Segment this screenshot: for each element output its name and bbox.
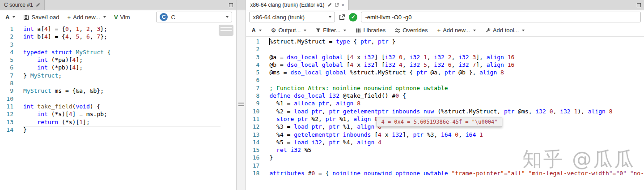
code-line: 1%struct.MyStruct = type { ptr, ptr }	[246, 38, 644, 45]
line-number: 12	[246, 123, 259, 130]
compiler-pane: x86-64 clang (trunk) (Editor #1) × x86-6…	[246, 0, 644, 190]
code-line: 5 int (*pa)[4];	[0, 56, 236, 64]
splitter-drag-handle[interactable]	[238, 103, 244, 108]
add-tool-label: Add tool...	[493, 27, 519, 34]
line-number: 11	[0, 103, 13, 110]
book-icon	[356, 28, 361, 33]
chevron-down-icon	[522, 30, 525, 31]
line-number: 11	[246, 115, 259, 123]
line-number: 10	[246, 108, 259, 115]
edit-title-icon[interactable]	[327, 3, 332, 7]
code-line: 10	[0, 95, 236, 103]
code-text: return (*s)[1];	[23, 118, 90, 126]
chevron-down-icon	[259, 30, 262, 31]
compile-status-ok-icon: ✓	[349, 13, 357, 22]
code-text: @ms = dso_local global %struct.MyStruct …	[269, 69, 504, 76]
code-line: 13 %4 = getelementptr inbounds [4 x i32]…	[246, 131, 644, 138]
code-text: store ptr %2, ptr %1, align 8	[269, 115, 378, 123]
vim-label: Vim	[120, 14, 130, 21]
vim-toggle-button[interactable]: V Vim	[112, 13, 132, 22]
source-pane: C source #1 A Save/Load + Add new...	[0, 0, 236, 190]
add-new-label: Add new...	[443, 27, 470, 34]
code-line: 2	[246, 45, 644, 53]
code-line: 7; Function Attrs: noinline nounwind opt…	[246, 84, 644, 92]
libraries-button[interactable]: Libraries	[353, 26, 388, 35]
compiler-output-editor[interactable]: 1%struct.MyStruct = type { ptr, ptr }23@…	[246, 37, 644, 190]
overrides-button[interactable]: Overrides	[393, 26, 430, 35]
code-line: 18attributes #0 = { noinline nounwind op…	[246, 169, 644, 177]
chevron-down-icon	[304, 30, 306, 31]
filter-button[interactable]: Filter...	[314, 26, 348, 35]
line-number: 4	[0, 48, 13, 56]
output-button[interactable]: ⚙ Output...	[269, 26, 309, 35]
code-line: 6 int (*pb)[4];	[0, 64, 236, 71]
edit-title-icon[interactable]	[36, 3, 40, 7]
code-text: int (*s)[4] = ms.pb;	[23, 110, 107, 118]
code-text: define dso_local i32 @take_field() #0 {	[269, 92, 406, 99]
overrides-label: Overrides	[402, 27, 428, 34]
line-number: 14	[0, 126, 13, 134]
code-line: 3	[0, 41, 236, 48]
splitter-header-strip	[237, 0, 246, 10]
close-icon[interactable]: ×	[342, 3, 344, 8]
source-toolbar: A Save/Load + Add new... V Vim C C	[0, 10, 236, 24]
tab-compiler-output[interactable]: x86-64 clang (trunk) (Editor #1) ×	[246, 0, 349, 10]
save-load-label: Save/Load	[31, 14, 59, 21]
compiler-selected-label: x86-64 clang (trunk)	[253, 14, 305, 21]
code-text: int (*pb)[4];	[23, 64, 83, 71]
code-line: 14}	[0, 126, 236, 134]
source-editor[interactable]: 1int a[4] = {0, 1, 2, 3};2int b[4] = {4,…	[0, 24, 236, 190]
code-text: int (*pa)[4];	[23, 56, 83, 64]
language-select[interactable]: C C	[156, 12, 232, 22]
code-text: @b = dso_local global [4 x i32] [i32 4, …	[269, 61, 514, 69]
chevron-down-icon	[103, 16, 106, 18]
output-label: Output...	[278, 27, 301, 34]
add-new-button[interactable]: + Add new...	[435, 26, 478, 35]
line-number: 3	[0, 41, 13, 48]
tab-c-source[interactable]: C source #1	[0, 0, 45, 10]
pane-splitter[interactable]	[236, 0, 246, 190]
line-number: 10	[0, 95, 13, 103]
code-line: 1int a[4] = {0, 1, 2, 3};	[0, 25, 236, 33]
popout-icon[interactable]	[335, 3, 339, 7]
code-text: @a = dso_local global [4 x i32] [i32 0, …	[269, 53, 514, 61]
add-new-button[interactable]: + Add new...	[65, 13, 108, 22]
code-line: 13 return (*s)[1];	[0, 118, 236, 126]
code-text: MyStruct ms = {&a, &b};	[23, 87, 104, 95]
compiler-select[interactable]: x86-64 clang (trunk)	[249, 12, 335, 22]
code-text: } MyStruct;	[23, 72, 62, 79]
line-number: 8	[0, 79, 13, 87]
maximize-icon[interactable]	[229, 3, 233, 7]
chevron-down-icon	[13, 16, 15, 18]
code-line: 2int b[4] = {4, 5, 6, 7};	[0, 33, 236, 40]
line-number: 1	[246, 38, 259, 45]
code-text: int b[4] = {4, 5, 6, 7};	[23, 33, 107, 40]
add-tool-button[interactable]: Add tool...	[483, 26, 527, 35]
watermark-logo	[219, 25, 233, 36]
code-line: 3@a = dso_local global [4 x i32] [i32 0,…	[246, 53, 644, 61]
line-number: 16	[246, 154, 259, 161]
open-compiler-website-icon[interactable]	[339, 14, 345, 21]
line-number: 5	[0, 56, 13, 64]
compiler-options-input[interactable]	[361, 12, 641, 22]
code-line: 14 %5 = load i32, ptr %4, align 4	[246, 138, 644, 146]
code-line: 17	[246, 162, 644, 169]
code-text: typedef struct MyStruct {	[23, 48, 111, 56]
line-number: 4	[246, 61, 259, 69]
maximize-icon[interactable]	[637, 3, 641, 7]
line-number: 12	[0, 110, 13, 118]
font-size-button[interactable]: A	[3, 13, 17, 22]
line-number: 3	[246, 53, 259, 61]
chevron-down-icon	[343, 30, 346, 31]
save-load-button[interactable]: Save/Load	[21, 13, 61, 22]
line-number: 6	[246, 76, 259, 84]
code-line: 4@b = dso_local global [4 x i32] [i32 4,…	[246, 61, 644, 69]
line-number: 9	[246, 99, 259, 107]
save-icon	[23, 14, 29, 20]
tab-title: x86-64 clang (trunk) (Editor #1)	[250, 2, 324, 8]
filter-label: Filter...	[323, 27, 340, 34]
sliders-icon	[395, 28, 400, 33]
code-text: %1 = alloca ptr, align 8	[269, 99, 360, 107]
font-size-button[interactable]: A	[249, 26, 263, 35]
line-number: 18	[246, 169, 259, 177]
